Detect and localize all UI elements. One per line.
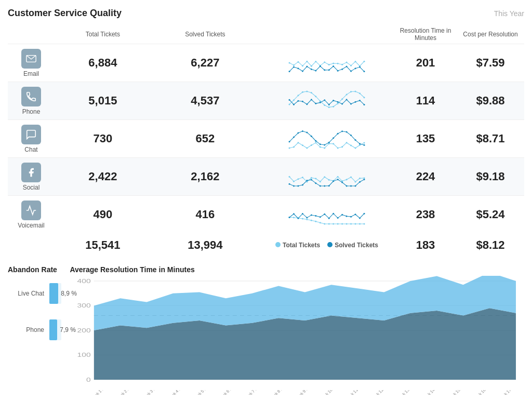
svg-point-159 [350, 223, 352, 225]
svg-point-41 [306, 91, 308, 92]
svg-point-32 [346, 66, 348, 68]
chat-sparkline [259, 120, 394, 158]
svg-point-154 [328, 223, 330, 225]
svg-point-176 [346, 216, 348, 217]
svg-point-160 [355, 223, 356, 225]
svg-point-109 [289, 176, 290, 178]
solved-sum: 13,994 [151, 233, 259, 257]
svg-point-10 [328, 64, 330, 65]
svg-point-125 [359, 178, 361, 179]
svg-point-16 [355, 61, 356, 62]
svg-point-135 [324, 185, 325, 187]
abandon-rate-chart: Live Chat 8,9 % Phone 7,9 % [8, 283, 61, 340]
svg-point-31 [341, 69, 343, 70]
voicemail-total: 490 [94, 208, 113, 221]
svg-point-111 [297, 178, 299, 180]
resolution-chart-title: Average Resolution Time in Minutes [70, 265, 524, 274]
svg-point-131 [306, 180, 308, 181]
svg-point-153 [324, 223, 325, 225]
svg-point-53 [359, 92, 361, 94]
email-total: 6,884 [88, 56, 117, 69]
svg-point-87 [350, 144, 352, 146]
svg-point-118 [328, 179, 330, 181]
table-row: Phone 5,015 4,537 114 $9.88 [8, 82, 524, 120]
svg-point-73 [289, 148, 290, 149]
x-label: Week 10 2022 [318, 390, 340, 395]
voicemail-solved: 416 [196, 208, 215, 221]
svg-point-178 [355, 213, 356, 215]
svg-point-162 [364, 223, 365, 225]
svg-point-19 [289, 71, 290, 72]
svg-point-100 [328, 142, 330, 143]
svg-point-29 [332, 65, 334, 67]
phone-restime: 114 [416, 94, 435, 107]
svg-point-180 [364, 213, 365, 215]
svg-point-63 [324, 99, 325, 101]
table-row: Social 2,422 2,162 224 $9.18 [8, 158, 524, 196]
x-label: Week 9 2022 [293, 390, 314, 395]
svg-point-54 [364, 97, 365, 98]
svg-point-138 [337, 179, 339, 180]
svg-point-94 [302, 130, 303, 132]
svg-point-48 [337, 103, 339, 104]
svg-point-116 [320, 181, 321, 182]
svg-point-20 [293, 66, 295, 68]
resolution-chart-section: Average Resolution Time in Minutes 01002… [70, 265, 524, 401]
restime-sum: 183 [394, 233, 457, 257]
chat-solved: 652 [196, 132, 215, 145]
svg-text:300: 300 [77, 303, 91, 309]
svg-point-21 [297, 68, 299, 69]
svg-point-101 [332, 137, 334, 139]
x-label: Week 7 2022 [242, 390, 263, 395]
voicemail-cost: $5.24 [476, 208, 504, 221]
table-row: Email 6,884 6,227 201 $7.59 [8, 44, 524, 82]
svg-point-13 [341, 64, 343, 65]
x-label: Week 17 2022 [497, 390, 518, 395]
svg-point-132 [311, 179, 312, 180]
svg-point-169 [315, 215, 316, 217]
svg-point-90 [364, 142, 365, 143]
svg-point-142 [355, 185, 356, 187]
abandon-rate-title: Abandon Rate [8, 265, 61, 274]
svg-point-77 [306, 148, 308, 149]
email-restime: 201 [416, 56, 435, 69]
email-icon [21, 49, 41, 69]
social-cost: $9.18 [476, 170, 504, 183]
svg-point-59 [306, 103, 308, 105]
phone-label: Phone [12, 108, 50, 115]
svg-point-163 [289, 217, 290, 218]
x-label: Week 8 2022 [268, 390, 289, 395]
svg-point-157 [341, 223, 343, 225]
abandon-bar-phone: Phone 7,9 % [8, 319, 61, 340]
svg-text:0: 0 [86, 377, 91, 383]
svg-point-66 [337, 101, 339, 103]
svg-point-96 [311, 136, 312, 137]
svg-point-81 [324, 148, 325, 149]
svg-point-155 [332, 223, 334, 225]
svg-point-42 [311, 92, 312, 93]
social-solved: 2,162 [191, 170, 219, 183]
svg-point-161 [359, 223, 361, 225]
svg-point-106 [355, 139, 356, 141]
table-row: Chat 730 652 135 $8.71 [8, 120, 524, 158]
svg-point-168 [311, 215, 312, 216]
svg-point-40 [302, 91, 303, 93]
svg-point-33 [350, 71, 352, 72]
svg-point-76 [302, 144, 303, 146]
svg-point-165 [297, 218, 299, 219]
svg-point-70 [355, 101, 356, 103]
svg-point-126 [364, 177, 365, 179]
svg-point-2 [293, 64, 295, 66]
chat-icon [21, 125, 41, 144]
svg-point-149 [306, 219, 308, 220]
svg-point-102 [337, 133, 339, 135]
svg-point-91 [289, 141, 290, 142]
svg-point-18 [364, 61, 365, 62]
svg-point-141 [350, 185, 352, 187]
svg-point-156 [337, 223, 339, 225]
svg-point-56 [293, 104, 295, 105]
email-label: Email [12, 70, 50, 77]
svg-point-110 [293, 181, 295, 182]
svg-point-50 [346, 94, 348, 96]
svg-point-47 [332, 106, 334, 108]
